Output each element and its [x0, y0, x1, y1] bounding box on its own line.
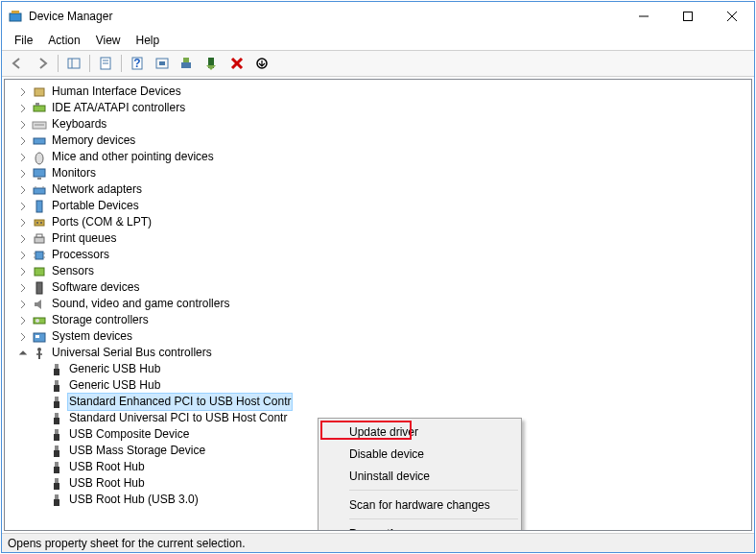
svg-rect-6 — [68, 59, 80, 68]
chevron-right-icon[interactable] — [16, 118, 30, 132]
tree-category[interactable]: Monitors — [9, 165, 751, 181]
tree-category[interactable]: IDE ATA/ATAPI controllers — [9, 100, 751, 116]
tree-category-label: Monitors — [50, 165, 98, 181]
svg-rect-68 — [54, 483, 59, 490]
chevron-right-icon[interactable] — [16, 314, 30, 327]
back-button[interactable] — [6, 52, 29, 75]
svg-rect-55 — [55, 380, 59, 385]
chevron-right-icon[interactable] — [16, 330, 30, 344]
context-menu-item[interactable]: Update driver — [320, 421, 519, 443]
tree-category[interactable]: System devices — [9, 328, 751, 345]
svg-point-36 — [40, 222, 42, 224]
memory-icon — [32, 133, 47, 149]
context-menu-item[interactable]: Scan for hardware changes — [320, 494, 519, 516]
svg-rect-38 — [36, 234, 42, 237]
chevron-right-icon[interactable] — [16, 183, 30, 197]
tree-device[interactable]: Standard Enhanced PCI to USB Host Contr — [9, 394, 751, 410]
forward-button[interactable] — [31, 52, 54, 75]
svg-rect-45 — [36, 282, 42, 294]
sensor-icon — [32, 264, 47, 279]
svg-rect-70 — [54, 499, 59, 506]
menu-action[interactable]: Action — [41, 32, 86, 49]
tree-category[interactable]: Sensors — [9, 263, 751, 279]
chevron-right-icon[interactable] — [16, 102, 30, 115]
chevron-right-icon[interactable] — [16, 281, 30, 295]
menu-help[interactable]: Help — [130, 32, 167, 49]
chevron-right-icon[interactable] — [16, 265, 30, 278]
uninstall-button[interactable] — [225, 52, 248, 75]
tree-category-label: Ports (COM & LPT) — [50, 214, 154, 230]
tree-category[interactable]: Network adapters — [9, 181, 751, 198]
context-menu-item[interactable]: Uninstall device — [320, 465, 519, 487]
svg-rect-44 — [35, 268, 44, 276]
svg-rect-61 — [55, 429, 59, 434]
tree-category-label: Human Interface Devices — [50, 84, 183, 100]
storage-icon — [32, 313, 47, 328]
chevron-right-icon[interactable] — [16, 249, 30, 262]
maximize-button[interactable] — [666, 2, 710, 31]
chevron-right-icon[interactable] — [16, 216, 30, 229]
mouse-icon — [32, 150, 47, 165]
svg-rect-60 — [54, 418, 59, 424]
context-menu-item[interactable]: Properties — [320, 522, 519, 531]
menu-view[interactable]: View — [89, 32, 128, 49]
chevron-right-icon[interactable] — [16, 167, 30, 181]
tree-category[interactable]: Memory devices — [9, 132, 751, 149]
chevron-right-icon[interactable] — [16, 151, 30, 164]
svg-rect-65 — [55, 462, 59, 467]
svg-rect-29 — [37, 178, 41, 180]
tree-category[interactable]: Mice and other pointing devices — [9, 149, 751, 165]
help-button[interactable]: ? — [126, 52, 149, 75]
svg-rect-39 — [35, 252, 43, 259]
ide-icon — [32, 101, 47, 116]
toolbar-separator — [121, 55, 122, 72]
tree-category[interactable]: Software devices — [9, 279, 751, 296]
tree-device[interactable]: Generic USB Hub — [9, 361, 751, 377]
usb-icon — [32, 346, 47, 361]
tree-device[interactable]: Generic USB Hub — [9, 377, 751, 394]
tree-category[interactable]: Universal Serial Bus controllers — [9, 345, 751, 361]
disable-button[interactable] — [250, 52, 273, 75]
svg-rect-62 — [54, 434, 59, 441]
chevron-right-icon[interactable] — [16, 85, 30, 99]
tree-device-label: Standard Universal PCI to USB Host Contr — [67, 410, 289, 426]
usb-device-icon — [49, 444, 64, 459]
tree-category[interactable]: Storage controllers — [9, 312, 751, 328]
tree-category-label: System devices — [50, 328, 134, 345]
tree-category-label: IDE ATA/ATAPI controllers — [50, 100, 187, 116]
svg-rect-59 — [55, 413, 59, 418]
usb-device-icon — [49, 476, 64, 492]
titlebar[interactable]: Device Manager — [2, 2, 754, 31]
chevron-right-icon[interactable] — [16, 232, 30, 246]
chevron-right-icon[interactable] — [16, 298, 30, 311]
tree-category[interactable]: Print queues — [9, 230, 751, 247]
svg-rect-28 — [34, 169, 45, 177]
usb-device-icon — [49, 460, 64, 475]
portable-icon — [32, 199, 47, 214]
svg-point-27 — [35, 153, 43, 164]
tree-category[interactable]: Processors — [9, 247, 751, 263]
usb-device-icon — [49, 378, 64, 394]
show-hide-console-tree-button[interactable] — [62, 52, 85, 75]
menu-file[interactable]: File — [8, 32, 39, 49]
minimize-button[interactable] — [622, 2, 666, 31]
chevron-right-icon[interactable] — [16, 134, 30, 148]
keyboard-icon — [32, 117, 47, 132]
statusbar: Opens property sheet for the current sel… — [2, 533, 754, 552]
update-driver-button[interactable] — [201, 52, 224, 75]
tree-category[interactable]: Portable Devices — [9, 198, 751, 214]
tree-category[interactable]: Keyboards — [9, 116, 751, 132]
chevron-down-icon[interactable] — [16, 347, 30, 360]
tree-device-label: USB Composite Device — [67, 426, 191, 443]
tree-category-label: Software devices — [50, 279, 141, 296]
context-menu-item[interactable]: Disable device — [320, 443, 519, 465]
chevron-right-icon[interactable] — [16, 200, 30, 213]
close-button[interactable] — [710, 2, 754, 31]
action-button[interactable] — [151, 52, 174, 75]
svg-point-35 — [36, 222, 38, 224]
tree-category[interactable]: Sound, video and game controllers — [9, 296, 751, 312]
scan-hardware-button[interactable] — [176, 52, 199, 75]
properties-button[interactable] — [94, 52, 117, 75]
tree-category[interactable]: Ports (COM & LPT) — [9, 214, 751, 230]
tree-category[interactable]: Human Interface Devices — [9, 84, 751, 100]
